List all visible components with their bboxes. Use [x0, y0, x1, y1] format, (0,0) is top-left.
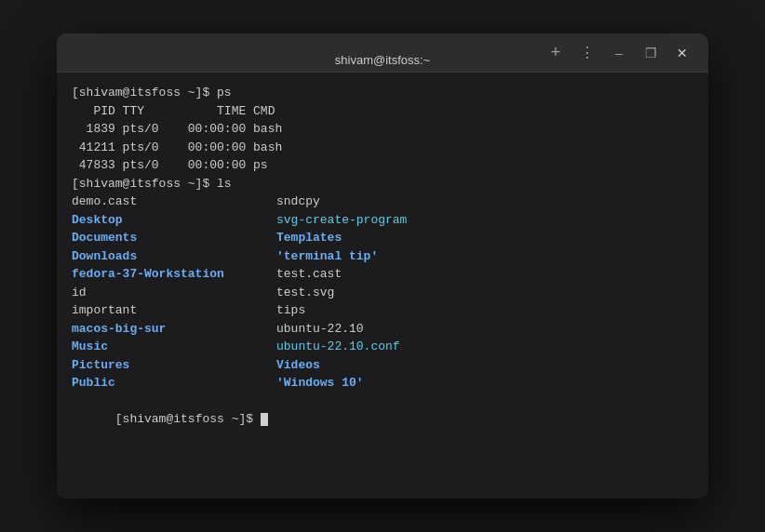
ls-right-item: ubuntu-22.10 [276, 320, 693, 339]
ls-left-item: fedora-37-Workstation [72, 265, 276, 284]
ps-row3: 47833 pts/0 00:00:00 ps [72, 156, 693, 175]
terminal-body[interactable]: [shivam@itsfoss ~]$ ps PID TTY TIME CMD … [57, 73, 708, 499]
ls-right-item: svg-create-program [276, 211, 693, 230]
ls-left-item: Pictures [72, 356, 276, 375]
ls-right-item: sndcpy [276, 193, 693, 211]
ls-left-item: Public [72, 374, 276, 392]
ls-right-item: ubuntu-22.10.conf [276, 338, 693, 356]
ls-right-item: Templates [276, 229, 693, 247]
cursor [261, 413, 268, 426]
ps-command-line: [shivam@itsfoss ~]$ ps [72, 84, 693, 102]
titlebar-right: + ⋮ – ❐ ✕ [543, 40, 695, 66]
ls-left-item: Documents [72, 229, 276, 247]
menu-button[interactable]: ⋮ [574, 40, 600, 66]
ls-right-item: test.svg [276, 284, 693, 302]
terminal-window: shivam@itsfoss:~ + ⋮ – ❐ ✕ [shivam@itsfo… [57, 33, 708, 499]
restore-button[interactable]: ❐ [638, 40, 664, 66]
close-button[interactable]: ✕ [669, 40, 695, 66]
ls-right-item: 'Windows 10' [276, 374, 693, 392]
ls-left-item: Desktop [72, 211, 276, 230]
ls-output: demo.castsndcpyDesktopsvg-create-program… [72, 193, 693, 392]
new-tab-button[interactable]: + [543, 40, 569, 66]
ls-left-item: id [72, 284, 276, 302]
ls-right-item: test.cast [276, 265, 693, 284]
ls-right-item: tips [276, 301, 693, 320]
titlebar: shivam@itsfoss:~ + ⋮ – ❐ ✕ [57, 33, 708, 73]
ls-left-item: Downloads [72, 247, 276, 266]
window-title: shivam@itsfoss:~ [335, 53, 430, 67]
minimize-button[interactable]: – [606, 40, 632, 66]
ls-right-item: Videos [276, 356, 693, 375]
ls-right-item: 'terminal tip' [276, 247, 693, 266]
ls-left-item: macos-big-sur [72, 320, 276, 339]
final-prompt-text: [shivam@itsfoss ~]$ [115, 412, 261, 426]
ps-row1: 1839 pts/0 00:00:00 bash [72, 120, 693, 139]
ls-left-item: demo.cast [72, 193, 276, 211]
ls-left-item: important [72, 301, 276, 320]
ps-header-line: PID TTY TIME CMD [72, 102, 693, 121]
ls-left-item: Music [72, 338, 276, 356]
final-prompt-line: [shivam@itsfoss ~]$ [72, 392, 693, 447]
ls-command-line: [shivam@itsfoss ~]$ ls [72, 175, 693, 193]
ps-row2: 41211 pts/0 00:00:00 bash [72, 139, 693, 157]
